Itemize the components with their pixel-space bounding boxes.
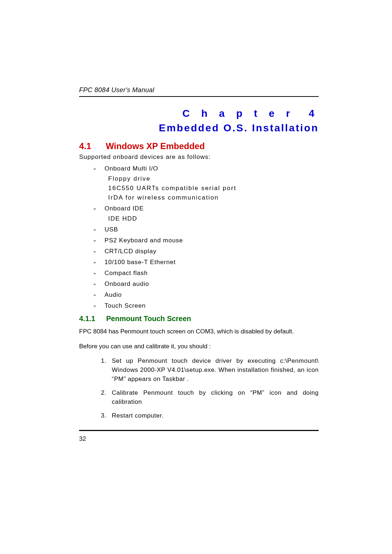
list-item: PS2 Keyboard and mouse (94, 237, 319, 244)
list-item: Touch Screen (94, 302, 319, 309)
page-number: 32 (79, 435, 319, 443)
step-item: 3.Restart computer. (101, 411, 319, 420)
list-item-label: 10/100 base-T Ethernet (105, 259, 176, 266)
footer-rule: 32 (79, 430, 319, 443)
chapter-number: 4 (309, 108, 319, 119)
step-item: 2.Calibrate Penmount touch by clicking o… (101, 389, 319, 406)
subsection-title: Penmount Touch Screen (106, 315, 191, 323)
chapter-title: Embedded O.S. Installation (79, 122, 319, 134)
sub-item: 16C550 UARTs compatible serial port (108, 185, 319, 192)
section-number: 4.1 (79, 141, 91, 151)
list-item: Onboard IDE IDE HDD (94, 205, 319, 222)
step-text: Restart computer. (112, 412, 164, 419)
step-number: 2. (101, 389, 106, 398)
sub-item: IDE HDD (108, 215, 319, 222)
header-rule: FPC 8084 User's Manual (79, 86, 319, 97)
list-item-label: CRT/LCD display (105, 248, 156, 255)
list-item-label: PS2 Keyboard and mouse (105, 237, 183, 244)
list-item-label: Audio (105, 291, 122, 298)
section-intro: Supported onboard devices are as follows… (79, 153, 319, 161)
step-number: 3. (101, 411, 106, 420)
section-heading: 4.1Windows XP Embedded (79, 141, 319, 151)
subsection-number: 4.1.1 (79, 315, 95, 323)
document-page: FPC 8084 User's Manual C h a p t e r 4 E… (79, 86, 319, 443)
list-item-label: Onboard Multi I/O (105, 165, 158, 172)
list-item: Compact flash (94, 270, 319, 277)
paragraph: FPC 8084 has Penmount touch screen on CO… (79, 327, 319, 336)
step-item: 1.Set up Penmount touch device driver by… (101, 357, 319, 383)
steps-list: 1.Set up Penmount touch device driver by… (79, 357, 319, 420)
running-header: FPC 8084 User's Manual (79, 86, 319, 94)
list-item-label: Onboard IDE (105, 205, 144, 212)
list-item: 10/100 base-T Ethernet (94, 259, 319, 266)
sub-item: IrDA for wireless communication (108, 194, 319, 201)
subsection-heading: 4.1.1Penmount Touch Screen (79, 315, 319, 323)
list-item-label: Onboard audio (105, 280, 149, 287)
step-text: Calibrate Penmount touch by clicking on … (112, 389, 319, 405)
list-item-label: Touch Screen (105, 302, 146, 309)
chapter-label: C h a p t e r 4 (79, 108, 319, 119)
step-text: Set up Penmount touch device driver by e… (112, 357, 319, 382)
section-title: Windows XP Embedded (106, 141, 205, 151)
device-list: Onboard Multi I/O Floppy drive 16C550 UA… (79, 165, 319, 309)
chapter-word: C h a p t e r (182, 108, 294, 119)
sub-item: Floppy drive (108, 175, 319, 182)
list-item: CRT/LCD display (94, 248, 319, 255)
sub-list: Floppy drive 16C550 UARTs compatible ser… (105, 175, 319, 201)
list-item-label: USB (105, 226, 118, 233)
step-number: 1. (101, 357, 106, 366)
list-item: USB (94, 226, 319, 233)
list-item: Onboard audio (94, 280, 319, 288)
paragraph: Before you can use and calibrate it, you… (79, 342, 319, 351)
sub-list: IDE HDD (105, 215, 319, 222)
list-item: Audio (94, 291, 319, 299)
list-item-label: Compact flash (105, 270, 148, 276)
list-item: Onboard Multi I/O Floppy drive 16C550 UA… (94, 165, 319, 201)
